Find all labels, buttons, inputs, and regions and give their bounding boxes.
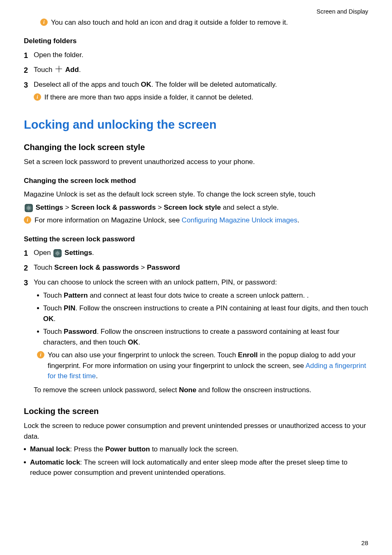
pin-label: PIN <box>64 304 75 312</box>
svg-line-6 <box>30 209 30 209</box>
svg-line-7 <box>30 206 30 207</box>
step-number: 2 <box>24 65 34 76</box>
page: Screen and Display i You can also touch … <box>0 0 392 555</box>
step-number: 3 <box>24 277 34 289</box>
bullet-icon <box>37 331 39 333</box>
magazine-note: i For more information on Magazine Unloc… <box>24 215 368 226</box>
list-item: 1 Open the folder. <box>24 50 368 61</box>
change-method-path: Settings > Screen lock & passwords > Scr… <box>24 202 368 213</box>
step-body: Deselect all of the apps and touch OK. T… <box>34 79 368 105</box>
svg-line-8 <box>27 209 28 209</box>
configuring-magazine-link[interactable]: Configuring Magazine Unlock images <box>182 216 297 224</box>
automatic-lock-label: Automatic lock <box>30 458 80 466</box>
bullet-body: Touch Pattern and connect at least four … <box>43 290 368 301</box>
text: You can also use your fingerprint to unl… <box>48 351 238 359</box>
bullet-body: Touch Password. Follow the onscreen inst… <box>43 326 368 347</box>
power-button-label: Power button <box>105 445 150 453</box>
svg-line-15 <box>59 254 59 255</box>
svg-line-17 <box>56 254 56 255</box>
text: . <box>297 216 300 224</box>
list-item: Touch Password. Follow the onscreen inst… <box>34 326 368 347</box>
text: . Follow the onscreen instructions to cr… <box>75 304 368 312</box>
path-segment: Screen lock & passwords <box>54 264 139 271</box>
text: . <box>92 249 94 257</box>
text: You can choose to unlock the screen with… <box>34 278 277 286</box>
list-item: Automatic lock: The screen will lock aut… <box>24 457 368 478</box>
bullet-icon <box>24 461 26 463</box>
text: Touch <box>34 264 54 271</box>
text: . <box>54 315 56 323</box>
list-item: 3 Deselect all of the apps and touch OK.… <box>24 79 368 105</box>
ok-label: OK <box>128 338 138 346</box>
text: . <box>79 66 81 74</box>
lock-methods: Manual lock: Press the Power button to m… <box>24 444 368 478</box>
sep: > <box>63 204 71 211</box>
text: . <box>138 338 141 346</box>
bullet-body: Manual lock: Press the Power button to m… <box>30 444 368 455</box>
note-body: For more information on Magazine Unlock,… <box>35 215 299 226</box>
text: and connect at least four dots twice to … <box>88 291 309 299</box>
ok-label: OK <box>43 315 54 323</box>
text: Touch <box>34 66 54 74</box>
step-body: Touch Add. <box>34 65 368 75</box>
changing-lock-method-heading: Changing the screen lock method <box>24 176 368 186</box>
breadcrumb: Screen and Display <box>24 7 368 16</box>
bullet-body: Touch PIN. Follow the onscreen instructi… <box>43 303 368 324</box>
password-label: Password <box>64 328 97 335</box>
change-method-line1: Magazine Unlock is set as the default lo… <box>24 189 368 200</box>
settings-icon <box>25 204 33 212</box>
note-text: If there are more than two apps inside a… <box>44 92 253 103</box>
list-item: Touch PIN. Follow the onscreen instructi… <box>34 303 368 324</box>
fingerprint-tip: i You can also use your fingerprint to u… <box>34 350 368 382</box>
deleting-note: i If there are more than two apps inside… <box>34 92 368 103</box>
step-number: 2 <box>24 262 34 274</box>
path-segment: Screen lock & passwords <box>71 204 156 211</box>
locking-unlocking-heading: Locking and unlocking the screen <box>24 116 368 134</box>
setpw-steps: 1 Open Settings. 2 Touch Screen lock & p… <box>24 247 368 398</box>
changing-lock-style-intro: Set a screen lock password to prevent un… <box>24 157 368 167</box>
text: . The folder will be deleted automatical… <box>151 81 277 88</box>
none-label: None <box>179 386 196 394</box>
step-number: 1 <box>24 50 34 61</box>
text: Touch <box>43 291 64 299</box>
info-icon: i <box>34 93 41 101</box>
step-body: Open the folder. <box>34 50 368 60</box>
top-note: i You can also touch and hold an icon an… <box>24 17 368 28</box>
add-label: Add <box>65 66 79 74</box>
text: To remove the screen unlock password, se… <box>34 386 179 394</box>
bullet-icon <box>37 294 39 296</box>
step-body: Open Settings. <box>34 247 368 258</box>
list-item: Manual lock: Press the Power button to m… <box>24 444 368 455</box>
remove-password-line: To remove the screen unlock password, se… <box>34 385 368 395</box>
top-note-text: You can also touch and hold an icon and … <box>51 17 288 28</box>
locking-screen-intro: Lock the screen to reduce power consumpt… <box>24 421 368 442</box>
text: Touch <box>43 328 64 335</box>
info-icon: i <box>37 351 44 358</box>
info-icon: i <box>40 18 48 26</box>
tip-body: You can also use your fingerprint to unl… <box>48 350 368 382</box>
svg-point-9 <box>57 252 58 254</box>
settings-icon <box>53 249 62 257</box>
text: to manually lock the screen. <box>150 445 238 453</box>
manual-lock-label: Manual lock <box>30 445 70 453</box>
text: and select a style. <box>221 204 279 211</box>
list-item: 3 You can choose to unlock the screen wi… <box>24 277 368 398</box>
step-body: Touch Screen lock & passwords > Password <box>34 262 368 273</box>
settings-label: Settings <box>36 204 63 211</box>
text: and follow the onscreen instructions. <box>196 386 311 394</box>
list-item: 2 Touch Screen lock & passwords > Passwo… <box>24 262 368 274</box>
bullet-body: Automatic lock: The screen will lock aut… <box>30 457 368 478</box>
sep: > <box>139 264 147 271</box>
text: : Press the <box>70 445 105 453</box>
deleting-steps: 1 Open the folder. 2 Touch Add. 3 Desele… <box>24 50 368 105</box>
locking-the-screen-heading: Locking the screen <box>24 405 368 417</box>
svg-point-0 <box>28 207 30 209</box>
text: For more information on Magazine Unlock,… <box>35 216 182 224</box>
svg-line-16 <box>59 252 59 252</box>
page-number: 28 <box>361 539 368 548</box>
step-number: 3 <box>24 79 34 91</box>
list-item: Touch Pattern and connect at least four … <box>34 290 368 301</box>
text: . <box>96 372 98 380</box>
path-segment: Screen lock style <box>164 204 221 211</box>
text: Touch <box>43 304 64 312</box>
